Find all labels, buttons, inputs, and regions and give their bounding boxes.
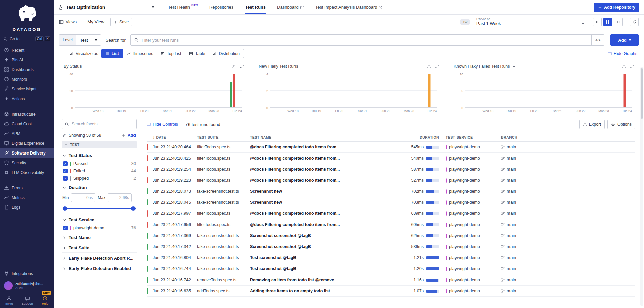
facet-search-input[interactable] [72, 122, 136, 126]
viz-option-timeseries[interactable]: Timeseries [123, 49, 157, 58]
tab-test-runs[interactable]: Test Runs [245, 0, 266, 14]
sidebar-item-bits-ai[interactable]: Bits AI [0, 55, 54, 65]
sidebar-item-errors[interactable]: Errors [0, 183, 54, 193]
sidebar-item-cloud-cost[interactable]: Cloud Cost [0, 119, 54, 129]
tab-test-health[interactable]: Test HealthNEW [168, 0, 198, 14]
viz-option-top-list[interactable]: Top List [157, 49, 185, 58]
facet-section-header-duration[interactable]: Duration [62, 182, 137, 192]
table-row[interactable]: Jun 23 21:40:20.425filterTodos.spec.ts@d… [147, 153, 635, 164]
help-button[interactable]: Help [42, 296, 48, 305]
table-row[interactable]: Jun 23 21:40:17.956filterTodos.spec.ts@d… [147, 219, 635, 230]
goto-search[interactable]: Go to... CtrlK [3, 36, 50, 41]
column-branch[interactable]: BRANCH [501, 135, 635, 139]
checkbox-checked[interactable] [63, 176, 68, 181]
fullscreen-chart-button[interactable] [240, 64, 244, 68]
sidebar-item-apm[interactable]: APM [0, 129, 54, 138]
scrollbar[interactable] [640, 67, 643, 306]
tab-test-impact-analysis-dashboard[interactable]: Test Impact Analysis Dashboard [315, 0, 383, 14]
table-row[interactable]: Jun 23 21:40:17.997filterTodos.spec.ts@d… [147, 208, 635, 219]
sidebar-item-dashboards[interactable]: Dashboards [0, 65, 54, 74]
viz-option-distribution[interactable]: Distribution [209, 49, 244, 58]
export-chart-button[interactable] [427, 64, 431, 68]
options-button[interactable]: Options [607, 120, 635, 129]
fullscreen-chart-button[interactable] [630, 64, 634, 68]
table-row[interactable]: Jun 23 21:40:16.742removeTodos.spec.tsRe… [147, 274, 635, 286]
fullscreen-chart-button[interactable] [435, 64, 439, 68]
sidebar-item-software-delivery[interactable]: Software Delivery [0, 148, 54, 158]
column-test-suite[interactable]: TEST SUITE [197, 135, 250, 139]
table-row[interactable]: Jun 23 21:40:17.342take-screenshot.test.… [147, 241, 635, 252]
sidebar-item-actions[interactable]: Actions [0, 94, 54, 104]
viz-option-list[interactable]: List [101, 49, 123, 58]
facet-section-header-test-status[interactable]: Test Status [62, 150, 137, 160]
facet-value-playwright-demo[interactable]: playwright-demo76 [62, 224, 137, 232]
sidebar-item-integrations[interactable]: Integrations [0, 269, 54, 279]
search-input[interactable] [142, 35, 592, 45]
sidebar-item-recent[interactable]: Recent [0, 45, 54, 55]
table-row[interactable]: Jun 23 21:40:16.804take-screenshot.test.… [147, 252, 635, 263]
sidebar-item-security[interactable]: Security [0, 158, 54, 168]
table-row[interactable]: Jun 23 21:40:16.635addTodos.spec.tsAddin… [147, 286, 635, 297]
table-row[interactable]: Jun 23 21:40:18.073take-screenshot.test.… [147, 186, 635, 197]
invite-button[interactable]: Invite [5, 296, 13, 305]
tab-repositories[interactable]: Repositories [209, 0, 233, 14]
facet-value-failed[interactable]: Failed44 [62, 167, 137, 175]
hide-graphs-link[interactable]: Hide Graphs [608, 51, 637, 56]
facet-value-passed[interactable]: Passed30 [62, 160, 137, 167]
add-facet-link[interactable]: Add [122, 133, 136, 138]
table-row[interactable]: Jun 23 21:40:20.464filterTodos.spec.ts@d… [147, 142, 635, 153]
refresh-button[interactable] [630, 18, 639, 26]
sidebar-item-digital-experience[interactable]: Digital Experience [0, 138, 54, 148]
min-duration-input[interactable] [71, 193, 95, 202]
table-row[interactable]: Jun 23 21:40:18.045take-screenshot.test.… [147, 197, 635, 208]
column-test-service[interactable]: TEST SERVICE [439, 135, 501, 139]
checkbox-checked[interactable] [63, 161, 68, 166]
views-button[interactable]: Views [59, 20, 77, 24]
time-forward-button[interactable] [614, 18, 623, 26]
checkbox-checked[interactable] [63, 226, 68, 230]
scrollbar-thumb[interactable] [641, 68, 643, 119]
time-back-button[interactable] [593, 18, 602, 26]
facet-group-test[interactable]: TEST [62, 141, 137, 148]
max-duration-input[interactable] [108, 193, 132, 202]
sidebar-item-logs[interactable]: Logs [0, 202, 54, 212]
hide-controls-link[interactable]: Hide Controls [147, 122, 178, 127]
sidebar-item-service-mgmt[interactable]: Service Mgmt [0, 84, 54, 94]
slider-handle-min[interactable] [63, 206, 67, 211]
range-shortcut-pill[interactable]: 1w [460, 19, 470, 25]
level-select[interactable]: Test [76, 34, 101, 46]
export-chart-button[interactable] [232, 64, 236, 68]
save-view-button[interactable]: Save [110, 18, 132, 26]
checkbox-checked[interactable] [63, 169, 68, 173]
facet-section-header-test-service[interactable]: Test Service [62, 214, 137, 224]
pause-live-button[interactable] [603, 18, 612, 26]
facet-section-header-early-flake-detection-abort-r[interactable]: Early Flake Detection Abort R... [62, 253, 137, 263]
facet-section-header-test-name[interactable]: Test Name [62, 232, 137, 242]
datadog-logo[interactable]: DATADOG [0, 0, 54, 34]
chart-title-dropdown[interactable]: Known Flaky Failed Test Runs [454, 64, 510, 69]
column-date[interactable]: ↓DATE [153, 135, 197, 140]
facet-section-header-early-flake-detection-enabled[interactable]: Early Flake Detection Enabled [62, 263, 137, 273]
column-duration[interactable]: DURATION [396, 135, 439, 139]
table-row[interactable]: Jun 23 21:40:19.254filterTodos.spec.ts@d… [147, 164, 635, 175]
sidebar-item-llm-observability[interactable]: LLM Observability [0, 168, 54, 177]
table-row[interactable]: Jun 23 21:40:17.369take-screenshot.test.… [147, 230, 635, 241]
facet-value-skipped[interactable]: Skipped2 [62, 175, 137, 182]
table-row[interactable]: Jun 23 21:40:16.744take-screenshot.test.… [147, 263, 635, 274]
support-button[interactable]: Support [22, 296, 33, 305]
sidebar-item-infrastructure[interactable]: Infrastructure [0, 109, 54, 119]
sidebar-item-metrics[interactable]: Metrics [0, 193, 54, 202]
export-chart-button[interactable] [622, 64, 626, 68]
tab-dashboard[interactable]: Dashboard [277, 0, 304, 14]
duration-slider[interactable] [63, 206, 136, 211]
code-view-button[interactable]: </> [591, 35, 604, 45]
time-range-select[interactable]: UTC-03:00 Past 1 Week [474, 18, 584, 26]
table-row[interactable]: Jun 23 21:40:19.223filterTodos.spec.ts@d… [147, 175, 635, 186]
export-button[interactable]: Export [579, 120, 605, 129]
product-switcher[interactable]: Test Optimization [54, 0, 159, 14]
viz-option-table[interactable]: Table [185, 49, 209, 58]
facet-section-header-test-suite[interactable]: Test Suite [62, 242, 137, 252]
add-query-button[interactable]: Add [610, 34, 639, 46]
slider-handle-max[interactable] [131, 206, 136, 211]
column-test-name[interactable]: TEST NAME [250, 135, 396, 139]
